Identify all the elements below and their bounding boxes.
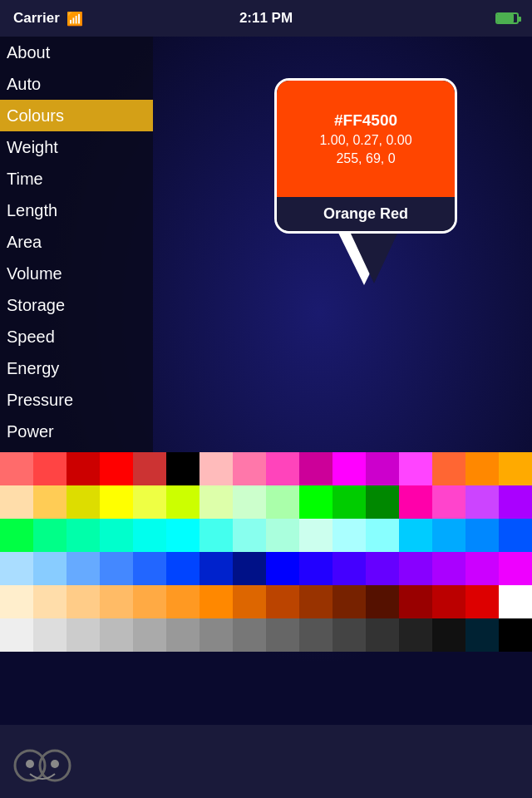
color-cell[interactable]	[100, 452, 133, 485]
sidebar-item-colours[interactable]: Colours	[0, 100, 153, 131]
color-cell[interactable]	[66, 618, 100, 652]
color-cell[interactable]	[0, 552, 33, 585]
color-cell[interactable]	[299, 552, 332, 585]
color-cell[interactable]	[66, 485, 100, 519]
color-cell[interactable]	[466, 585, 499, 618]
color-cell[interactable]	[466, 452, 499, 485]
sidebar-item-area[interactable]: Area	[0, 226, 153, 258]
color-cell[interactable]	[399, 552, 432, 585]
color-cell[interactable]	[66, 519, 100, 552]
color-cell[interactable]	[332, 585, 366, 618]
color-cell[interactable]	[0, 618, 33, 652]
color-cell[interactable]	[432, 552, 466, 585]
color-cell[interactable]	[66, 552, 100, 585]
color-cell[interactable]	[499, 485, 532, 519]
color-cell[interactable]	[233, 585, 266, 618]
color-cell[interactable]	[33, 485, 66, 519]
color-cell[interactable]	[366, 618, 399, 652]
color-cell[interactable]	[66, 585, 100, 618]
color-cell[interactable]	[299, 519, 332, 552]
color-cell[interactable]	[266, 452, 299, 485]
color-cell[interactable]	[33, 585, 66, 618]
color-cell[interactable]	[100, 585, 133, 618]
color-cell[interactable]	[299, 618, 332, 652]
color-cell[interactable]	[499, 452, 532, 485]
color-cell[interactable]	[266, 618, 299, 652]
color-cell[interactable]	[33, 452, 66, 485]
color-cell[interactable]	[366, 485, 399, 519]
color-cell[interactable]	[200, 618, 233, 652]
color-cell[interactable]	[432, 485, 466, 519]
sidebar-item-volume[interactable]: Volume	[0, 258, 153, 289]
color-cell[interactable]	[332, 552, 366, 585]
color-cell[interactable]	[332, 485, 366, 519]
color-cell[interactable]	[299, 452, 332, 485]
color-cell[interactable]	[100, 618, 133, 652]
color-cell[interactable]	[133, 585, 166, 618]
color-cell[interactable]	[499, 552, 532, 585]
color-cell[interactable]	[233, 519, 266, 552]
sidebar-item-pressure[interactable]: Pressure	[0, 384, 153, 416]
color-cell[interactable]	[166, 519, 200, 552]
color-cell[interactable]	[233, 485, 266, 519]
color-cell[interactable]	[133, 519, 166, 552]
color-cell[interactable]	[332, 452, 366, 485]
color-cell[interactable]	[166, 485, 200, 519]
color-cell[interactable]	[299, 485, 332, 519]
color-cell[interactable]	[466, 552, 499, 585]
color-cell[interactable]	[100, 485, 133, 519]
color-cell[interactable]	[233, 552, 266, 585]
color-cell[interactable]	[366, 519, 399, 552]
sidebar-item-power[interactable]: Power	[0, 416, 153, 447]
sidebar-item-time[interactable]: Time	[0, 163, 153, 195]
color-cell[interactable]	[133, 618, 166, 652]
color-cell[interactable]	[366, 452, 399, 485]
color-cell[interactable]	[332, 618, 366, 652]
color-cell[interactable]	[33, 552, 66, 585]
color-cell[interactable]	[266, 585, 299, 618]
color-cell[interactable]	[200, 485, 233, 519]
color-cell[interactable]	[200, 452, 233, 485]
color-cell[interactable]	[266, 552, 299, 585]
color-cell[interactable]	[233, 618, 266, 652]
color-cell[interactable]	[33, 618, 66, 652]
color-cell[interactable]	[399, 519, 432, 552]
color-cell[interactable]	[432, 452, 466, 485]
color-cell[interactable]	[133, 485, 166, 519]
color-cell[interactable]	[0, 585, 33, 618]
color-cell[interactable]	[366, 585, 399, 618]
color-cell[interactable]	[100, 552, 133, 585]
color-cell[interactable]	[399, 618, 432, 652]
color-cell[interactable]	[233, 452, 266, 485]
color-cell[interactable]	[499, 585, 532, 618]
color-cell[interactable]	[200, 585, 233, 618]
color-cell[interactable]	[399, 485, 432, 519]
sidebar-item-length[interactable]: Length	[0, 195, 153, 226]
color-cell[interactable]	[266, 485, 299, 519]
color-cell[interactable]	[466, 485, 499, 519]
color-cell[interactable]	[0, 519, 33, 552]
color-cell[interactable]	[33, 519, 66, 552]
sidebar-item-storage[interactable]: Storage	[0, 289, 153, 321]
color-cell[interactable]	[133, 552, 166, 585]
color-cell[interactable]	[166, 552, 200, 585]
color-cell[interactable]	[432, 618, 466, 652]
color-cell[interactable]	[0, 452, 33, 485]
color-cell[interactable]	[432, 585, 466, 618]
sidebar-item-auto[interactable]: Auto	[0, 68, 153, 100]
color-cell[interactable]	[466, 618, 499, 652]
sidebar-item-about[interactable]: About	[0, 37, 153, 68]
color-cell[interactable]	[266, 519, 299, 552]
color-cell[interactable]	[200, 519, 233, 552]
color-cell[interactable]	[166, 452, 200, 485]
color-cell[interactable]	[200, 552, 233, 585]
color-cell[interactable]	[332, 519, 366, 552]
sidebar-item-weight[interactable]: Weight	[0, 131, 153, 163]
color-cell[interactable]	[499, 519, 532, 552]
color-cell[interactable]	[399, 585, 432, 618]
color-cell[interactable]	[133, 452, 166, 485]
color-cell[interactable]	[432, 519, 466, 552]
color-cell[interactable]	[499, 618, 532, 652]
color-cell[interactable]	[399, 452, 432, 485]
color-cell[interactable]	[0, 485, 33, 519]
